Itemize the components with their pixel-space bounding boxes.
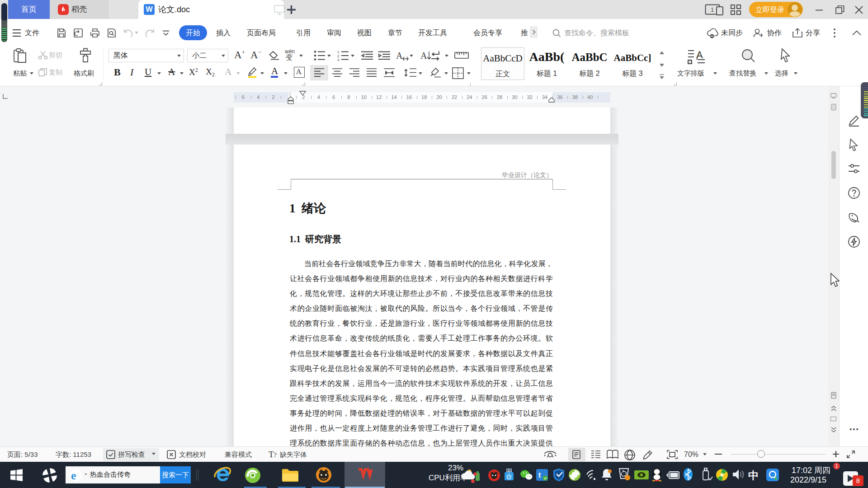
svg-text:e: e: [71, 469, 76, 482]
svg-text:A: A: [420, 51, 427, 61]
svg-text:A: A: [396, 51, 403, 61]
svg-text:t: t: [538, 471, 541, 479]
svg-text:3: 3: [337, 58, 340, 61]
svg-text:1: 1: [711, 6, 714, 13]
